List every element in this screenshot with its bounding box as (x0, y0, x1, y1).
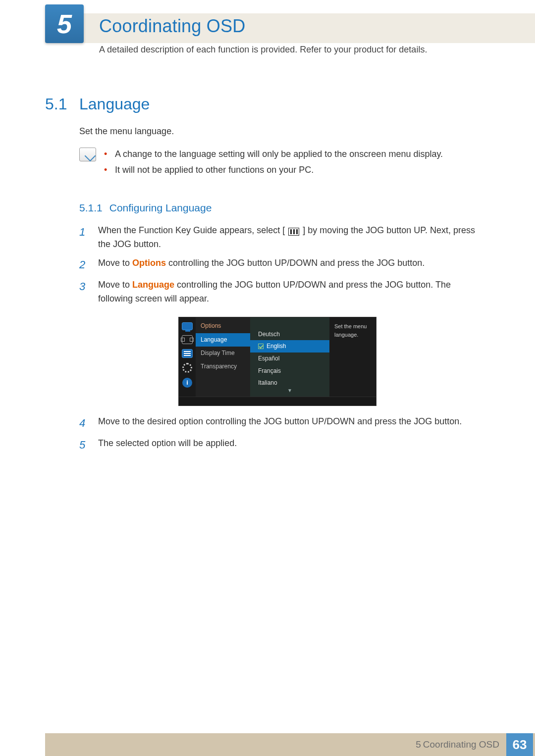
subsection-number: 5.1.1 (79, 200, 103, 216)
body: Set the menu language. A change to the l… (79, 125, 476, 458)
monitor-icon (182, 322, 193, 330)
chapter-badge: 5 (45, 4, 84, 43)
note-icon (79, 148, 96, 161)
section-title: Language (79, 95, 150, 113)
expand-icon (182, 335, 193, 344)
step-text: When the Function Key Guide appears, sel… (98, 224, 476, 252)
check-icon (258, 344, 264, 349)
osd-right-pane: Set the menu language. (329, 317, 376, 397)
osd-lang-label: English (267, 342, 286, 351)
osd-lang-item[interactable]: Deutsch (250, 328, 329, 341)
osd-window: i Options Language Display Time Transpar… (178, 317, 376, 406)
osd-lang-item[interactable]: English (250, 340, 329, 353)
footer-page-number: 63 (506, 733, 533, 756)
osd-left-item[interactable]: Display Time (196, 347, 250, 360)
steps-list: 1 When the Function Key Guide appears, s… (79, 224, 476, 306)
subsection-title: Configuring Language (109, 200, 212, 216)
note-block: A change to the language setting will on… (79, 148, 476, 179)
step-2: 2 Move to Options controlling the JOG bu… (79, 256, 476, 273)
osd-left-item[interactable]: Transparency (196, 360, 250, 373)
step-3: 3 Move to Language controlling the JOG b… (79, 278, 476, 306)
osd-footer (179, 397, 376, 405)
footer-chapter-number: 5 (416, 739, 421, 750)
step-text: The selected option will be applied. (98, 437, 476, 454)
info-icon: i (182, 378, 192, 388)
osd-icon-rail: i (179, 317, 196, 397)
chapter-title: Coordinating OSD (99, 16, 245, 37)
subsection-heading: 5.1.1 Configuring Language (79, 200, 476, 216)
osd-lang-item[interactable]: Français (250, 365, 329, 377)
step-4: 4 Move to the desired option controlling… (79, 415, 476, 432)
chevron-down-icon: ▼ (250, 387, 329, 395)
section-number: 5.1 (45, 95, 67, 113)
step-1: 1 When the Function Key Guide appears, s… (79, 224, 476, 252)
osd-left-item[interactable]: Language (196, 333, 250, 347)
step-text: Move to Options controlling the JOG butt… (98, 256, 476, 273)
osd-mid-pane: Deutsch English Español Français Italian… (250, 317, 329, 397)
chapter-desc: A detailed description of each function … (99, 45, 427, 55)
step-number: 5 (79, 437, 89, 454)
osd-lang-item[interactable]: Español (250, 353, 329, 365)
osd-left-header: Options (196, 320, 250, 334)
step-5: 5 The selected option will be applied. (79, 437, 476, 454)
step-number: 4 (79, 415, 89, 432)
step-text: Move to the desired option controlling t… (98, 415, 476, 432)
step-number: 1 (79, 224, 89, 252)
note-list: A change to the language setting will on… (104, 148, 443, 179)
osd-screenshot: i Options Language Display Time Transpar… (79, 317, 476, 406)
menu-icon (288, 228, 299, 236)
footer-bar: 5 Coordinating OSD 63 (45, 733, 535, 756)
osd-left-pane: Options Language Display Time Transparen… (196, 317, 250, 397)
note-item: It will not be applied to other function… (104, 163, 443, 177)
chapter-number: 5 (57, 8, 72, 39)
footer-chapter-title: Coordinating OSD (423, 739, 499, 750)
gear-icon (182, 363, 192, 373)
steps-list-cont: 4 Move to the desired option controlling… (79, 415, 476, 454)
equalizer-icon (182, 349, 193, 358)
step-number: 2 (79, 256, 89, 273)
step-number: 3 (79, 278, 89, 306)
step-text: Move to Language controlling the JOG but… (98, 278, 476, 306)
note-item: A change to the language setting will on… (104, 148, 443, 161)
intro-text: Set the menu language. (79, 125, 476, 139)
